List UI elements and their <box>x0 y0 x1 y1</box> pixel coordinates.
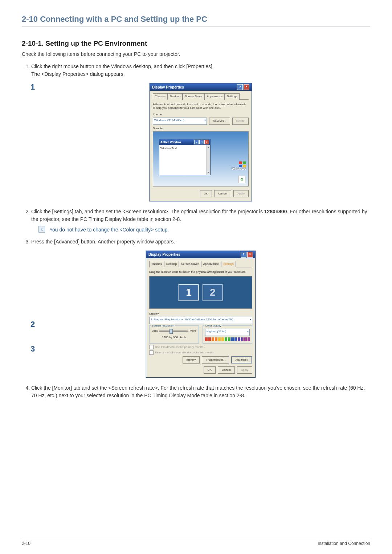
dialog2-title-text: Display Properties <box>148 252 180 257</box>
primary-monitor-label: Use this device as the primary monitor. <box>155 345 205 349</box>
tab-screen-saver[interactable]: Screen Saver <box>183 93 204 100</box>
step-1-line-a: Click the right mouse button on the Wind… <box>31 63 214 69</box>
primary-monitor-checkbox[interactable] <box>149 345 154 349</box>
dialog2-titlebar: Display Properties ? × <box>146 251 255 258</box>
callout-2: 2 <box>30 318 35 330</box>
display-properties-settings-dialog: Display Properties ? × Themes Desktop Sc… <box>146 251 256 378</box>
screen-resolution-title: Screen resolution <box>151 324 175 328</box>
dialog1-description: A theme is a background plus a set of so… <box>153 103 249 110</box>
theme-label: Theme: <box>153 112 249 117</box>
tab-settings[interactable]: Settings <box>221 261 236 267</box>
step-2-text-a: Click the [Settings] tab, and then set t… <box>31 209 264 214</box>
step-3-text: Press the [Advanced] button. Another pro… <box>31 239 175 245</box>
monitor-2-icon[interactable]: 2 <box>202 284 223 301</box>
tab-settings[interactable]: Settings <box>225 93 240 100</box>
sample-label: Sample: <box>153 126 249 131</box>
dialog1-wrap: 1 Display Properties ? × Themes Desktop <box>31 83 370 201</box>
advanced-button[interactable]: Advanced <box>231 356 252 364</box>
maximize-icon: □ <box>199 140 204 144</box>
step-2-resolution: 1280×800 <box>264 209 287 214</box>
extend-desktop-checkbox-row: Extend my Windows desktop onto this moni… <box>149 350 252 355</box>
screen-resolution-group: Screen resolution Less More 1280 by 960 … <box>149 325 199 344</box>
step-1: Click the right mouse button on the Wind… <box>31 63 370 201</box>
section-heading-2: 2-10-1. Setting up the PC Environment <box>22 40 370 48</box>
close-icon: × <box>204 140 209 144</box>
save-as-button[interactable]: Save As... <box>209 118 230 125</box>
color-quality-group: Color quality Highest (32 bit) <box>203 325 252 344</box>
steps-list: Click the right mouse button on the Wind… <box>22 63 370 399</box>
tab-themes[interactable]: Themes <box>153 93 168 100</box>
step-4-text: Click the [Monitor] tab and set the <Scr… <box>31 385 365 398</box>
cancel-button[interactable]: Cancel <box>218 366 235 374</box>
ok-button[interactable]: OK <box>204 366 216 374</box>
callout-1: 1 <box>30 81 35 93</box>
color-quality-title: Color quality <box>204 324 222 328</box>
resolution-value: 1280 by 960 pixels <box>152 335 196 340</box>
display-label: Display: <box>149 312 252 316</box>
sample-preview: Active Window – □ × Window Text <box>153 131 249 186</box>
section-heading-1: 2-10 Connecting with a PC and Setting up… <box>22 15 370 26</box>
display-select[interactable]: 1. Plug and Play Monitor on NVIDIA GeFor… <box>149 317 252 324</box>
cancel-button[interactable]: Cancel <box>214 190 231 197</box>
minimize-icon: – <box>194 140 199 144</box>
scrollbar-icon: ▴▾ <box>206 145 210 175</box>
sample-window-text: Window Text <box>160 147 177 150</box>
note-row: ⦸ You do not have to change the <Color q… <box>38 226 370 234</box>
recycle-bin-icon: ♻ <box>238 176 245 183</box>
close-icon[interactable]: × <box>247 252 253 258</box>
help-icon[interactable]: ? <box>241 252 246 258</box>
note-icon: ⦸ <box>38 226 45 233</box>
display-properties-themes-dialog: Display Properties ? × Themes Desktop Sc… <box>150 83 252 201</box>
step-1-line-b: The <Display Properties> dialog appears. <box>31 71 125 77</box>
dialog1-title-text: Display Properties <box>152 85 184 90</box>
delete-button[interactable]: Delete <box>232 118 249 125</box>
footer-page-number: 2-10 <box>22 541 30 546</box>
note-text: You do not have to change the <Color qua… <box>49 226 169 234</box>
sample-active-window: Active Window – □ × Window Text <box>159 139 211 175</box>
page-footer: 2-10 Installation and Connection <box>22 538 370 546</box>
slider-thumb[interactable] <box>170 329 173 334</box>
dialog1-titlebar: Display Properties ? × <box>150 83 252 91</box>
color-quality-select[interactable]: Highest (32 bit) <box>205 329 250 336</box>
footer-section-name: Installation and Connection <box>318 541 370 546</box>
resolution-slider[interactable] <box>159 331 188 332</box>
tab-desktop[interactable]: Desktop <box>168 93 183 100</box>
monitor-arrangement: 1 2 <box>149 276 252 309</box>
dialog2-wrap: 2 3 Display Properties ? × Themes Deskto… <box>31 251 370 378</box>
step-3: Press the [Advanced] button. Another pro… <box>31 238 370 378</box>
apply-button[interactable]: Apply <box>237 366 252 374</box>
tab-screen-saver[interactable]: Screen Saver <box>179 261 201 267</box>
slider-less-label: Less <box>152 329 158 333</box>
ok-button[interactable]: OK <box>200 190 212 197</box>
sample-window-title: Active Window <box>160 140 181 144</box>
step-4: Click the [Monitor] tab and set the <Scr… <box>31 384 370 399</box>
close-icon[interactable]: × <box>244 84 249 90</box>
dialog2-description: Drag the monitor icons to match the phys… <box>149 270 252 274</box>
callout-3: 3 <box>30 343 35 355</box>
tab-appearance[interactable]: Appearance <box>205 93 225 100</box>
help-icon[interactable]: ? <box>237 84 243 90</box>
extend-desktop-label: Extend my Windows desktop onto this moni… <box>155 350 215 355</box>
step-2: Click the [Settings] tab, and then set t… <box>31 208 370 234</box>
intro-text: Check the following items before connect… <box>22 51 370 57</box>
color-bar-icon <box>205 337 250 341</box>
tab-appearance[interactable]: Appearance <box>201 261 221 267</box>
theme-select[interactable]: Windows XP (Modified) <box>153 118 207 125</box>
extend-desktop-checkbox[interactable] <box>149 350 154 355</box>
slider-more-label: More <box>190 329 196 333</box>
dialog1-tabs: Themes Desktop Screen Saver Appearance S… <box>153 93 249 100</box>
monitor-1-icon[interactable]: 1 <box>178 284 199 301</box>
identify-button[interactable]: Identify <box>183 356 200 364</box>
dialog2-tabs: Themes Desktop Screen Saver Appearance S… <box>149 260 252 267</box>
windows-logo-text: Windows <box>232 167 246 172</box>
tab-themes[interactable]: Themes <box>149 261 164 267</box>
troubleshoot-button[interactable]: Troubleshoot... <box>202 356 229 364</box>
apply-button[interactable]: Apply <box>233 190 249 197</box>
tab-desktop[interactable]: Desktop <box>164 261 179 267</box>
primary-monitor-checkbox-row: Use this device as the primary monitor. <box>149 345 252 349</box>
